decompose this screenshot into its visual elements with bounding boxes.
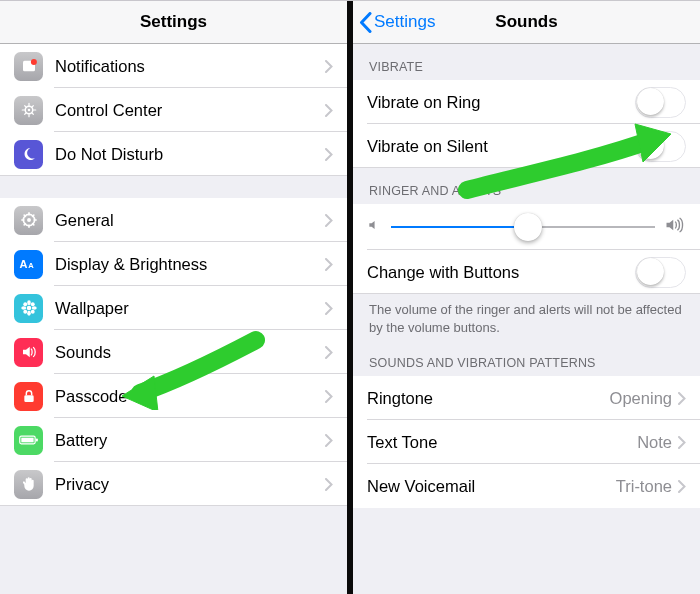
row-label: Privacy [55, 475, 325, 494]
group-header-ringer: RINGER AND ALERTS [353, 168, 700, 204]
row-vibrate-on-ring[interactable]: Vibrate on Ring [353, 80, 700, 124]
svg-point-10 [27, 311, 31, 316]
flower-icon [14, 294, 43, 323]
settings-item-privacy[interactable]: Privacy [0, 462, 347, 506]
svg-text:A: A [28, 261, 34, 270]
chevron-right-icon [325, 104, 333, 117]
volume-low-icon [367, 218, 381, 236]
chevron-right-icon [325, 60, 333, 73]
toggle-vibrate-on-silent[interactable] [635, 131, 686, 162]
row-label: Sounds [55, 343, 325, 362]
settings-item-battery[interactable]: Battery [0, 418, 347, 462]
row-label: Vibrate on Ring [367, 93, 635, 112]
chevron-right-icon [325, 346, 333, 359]
row-new-voicemail[interactable]: New Voicemail Tri-tone [353, 464, 700, 508]
chevron-right-icon [325, 148, 333, 161]
toggle-vibrate-on-ring[interactable] [635, 87, 686, 118]
group-header-vibrate: VIBRATE [353, 44, 700, 80]
settings-item-general[interactable]: General [0, 198, 347, 242]
chevron-right-icon [678, 392, 686, 405]
chevron-left-icon [359, 12, 372, 33]
ringer-group: Change with Buttons [353, 204, 700, 294]
svg-rect-17 [24, 395, 33, 402]
chevron-right-icon [325, 390, 333, 403]
hand-icon [14, 470, 43, 499]
row-change-with-buttons[interactable]: Change with Buttons [353, 250, 700, 294]
volume-slider[interactable] [391, 226, 655, 228]
settings-item-passcode[interactable]: Passcode [0, 374, 347, 418]
row-label: Display & Brightness [55, 255, 325, 274]
row-text-tone[interactable]: Text Tone Note [353, 420, 700, 464]
navbar-right: Settings Sounds [353, 0, 700, 44]
moon-icon [14, 140, 43, 169]
chevron-right-icon [325, 258, 333, 271]
aa-icon: AA [14, 250, 43, 279]
svg-point-13 [23, 302, 27, 306]
svg-point-14 [30, 302, 34, 306]
battery-icon [14, 426, 43, 455]
settings-item-control-center[interactable]: Control Center [0, 88, 347, 132]
toggle-change-with-buttons[interactable] [635, 257, 686, 288]
svg-point-12 [31, 306, 36, 310]
patterns-group: Ringtone Opening Text Tone Note New Voic… [353, 376, 700, 508]
group-header-patterns: SOUNDS AND VIBRATION PATTERNS [353, 344, 700, 376]
row-label: New Voicemail [367, 477, 616, 496]
settings-item-wallpaper[interactable]: Wallpaper [0, 286, 347, 330]
svg-point-11 [21, 306, 26, 310]
svg-point-9 [27, 300, 31, 305]
settings-item-display-brightness[interactable]: AA Display & Brightness [0, 242, 347, 286]
page-title: Sounds [495, 12, 557, 32]
settings-item-sounds[interactable]: Sounds [0, 330, 347, 374]
row-ringtone[interactable]: Ringtone Opening [353, 376, 700, 420]
svg-point-16 [30, 310, 34, 314]
speaker-icon [14, 338, 43, 367]
svg-point-8 [26, 306, 31, 311]
row-ringer-volume[interactable] [353, 204, 700, 250]
page-title: Settings [140, 12, 207, 32]
svg-point-5 [27, 218, 31, 222]
settings-item-notifications[interactable]: Notifications [0, 44, 347, 88]
row-detail: Note [637, 433, 672, 452]
chevron-right-icon [678, 480, 686, 493]
row-label: Control Center [55, 101, 325, 120]
row-detail: Opening [610, 389, 672, 408]
row-label: Change with Buttons [367, 263, 635, 282]
chevron-right-icon [325, 302, 333, 315]
row-vibrate-on-silent[interactable]: Vibrate on Silent [353, 124, 700, 168]
settings-group-2: General AA Display & Brightness Wallpape… [0, 198, 347, 506]
row-label: Ringtone [367, 389, 610, 408]
settings-root-panel: Settings Notifications Control Center [0, 0, 347, 594]
notifications-icon [14, 52, 43, 81]
row-label: Passcode [55, 387, 325, 406]
settings-item-do-not-disturb[interactable]: Do Not Disturb [0, 132, 347, 176]
row-label: General [55, 211, 325, 230]
row-label: Battery [55, 431, 325, 450]
gear-icon [14, 206, 43, 235]
lock-icon [14, 382, 43, 411]
svg-point-1 [30, 59, 36, 65]
group-footer-ringer: The volume of the ringer and alerts will… [353, 294, 700, 344]
row-label: Do Not Disturb [55, 145, 325, 164]
volume-high-icon [665, 216, 686, 238]
row-label: Wallpaper [55, 299, 325, 318]
svg-point-15 [23, 310, 27, 314]
control-center-icon [14, 96, 43, 125]
svg-rect-19 [21, 438, 33, 443]
vibrate-group: Vibrate on Ring Vibrate on Silent [353, 80, 700, 168]
sounds-panel: Settings Sounds VIBRATE Vibrate on Ring … [353, 0, 700, 594]
settings-group-1: Notifications Control Center Do Not Dist… [0, 44, 347, 176]
chevron-right-icon [325, 214, 333, 227]
row-label: Vibrate on Silent [367, 137, 635, 156]
svg-point-3 [27, 109, 30, 112]
row-detail: Tri-tone [616, 477, 672, 496]
chevron-right-icon [325, 478, 333, 491]
row-label: Text Tone [367, 433, 637, 452]
chevron-right-icon [325, 434, 333, 447]
back-label: Settings [374, 12, 435, 32]
navbar-left: Settings [0, 0, 347, 44]
svg-text:A: A [19, 258, 27, 270]
back-button[interactable]: Settings [359, 0, 435, 44]
svg-rect-20 [35, 438, 37, 441]
chevron-right-icon [678, 436, 686, 449]
row-label: Notifications [55, 57, 325, 76]
